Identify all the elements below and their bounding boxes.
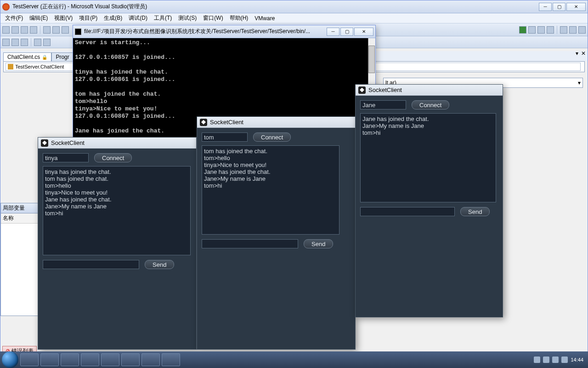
- connect-button-tom[interactable]: Connect: [253, 132, 291, 142]
- tb-save-icon[interactable]: [21, 26, 28, 34]
- tb-new-icon[interactable]: [2, 26, 10, 34]
- tb-play-icon[interactable]: [519, 26, 526, 34]
- task-item[interactable]: [20, 353, 39, 366]
- menu-project[interactable]: 项目(P): [76, 13, 100, 23]
- socketclient-tinya-window[interactable]: SocketClient Connect tinya has joined th…: [38, 137, 197, 350]
- tb-step-over-icon[interactable]: [560, 26, 567, 34]
- menu-window[interactable]: 窗口(W): [200, 13, 226, 23]
- menu-build[interactable]: 生成(B): [101, 13, 125, 23]
- message-input-jane[interactable]: [360, 207, 455, 216]
- maximize-button[interactable]: ▢: [553, 3, 565, 11]
- unity-title: SocketClient: [51, 139, 85, 146]
- tb-pause-icon[interactable]: [528, 26, 536, 34]
- class-combo-text: TestServer.ChatClient: [15, 64, 64, 69]
- tray-clock[interactable]: 14:44: [571, 357, 583, 362]
- tb-ico-b[interactable]: [11, 39, 19, 46]
- tb-restart-icon[interactable]: [547, 26, 554, 34]
- unity-titlebar-tom[interactable]: SocketClient: [197, 117, 355, 128]
- menu-file[interactable]: 文件(F): [2, 13, 26, 23]
- name-input-tom[interactable]: [202, 132, 248, 142]
- message-input-tom[interactable]: [202, 239, 298, 248]
- system-tray[interactable]: 14:44: [534, 356, 586, 363]
- task-item[interactable]: [101, 353, 119, 366]
- tb-paste-icon[interactable]: [62, 26, 69, 34]
- vs-app-icon: [2, 3, 10, 11]
- tb-open-icon[interactable]: [11, 26, 19, 34]
- task-item[interactable]: [162, 353, 180, 366]
- send-button-jane[interactable]: Send: [460, 207, 490, 216]
- vs-title: TestServer (正在运行) - Microsoft Visual Stu…: [12, 3, 539, 11]
- message-input-tinya[interactable]: [43, 260, 139, 269]
- task-item[interactable]: [121, 353, 140, 366]
- chevron-down-icon: ▾: [578, 80, 581, 86]
- tab-lock-icon: 🔒: [42, 55, 47, 60]
- windows-taskbar[interactable]: 14:44: [0, 351, 588, 368]
- task-item[interactable]: [81, 353, 99, 366]
- chat-log-tinya[interactable]: tinya has joined the chat. tom has joine…: [43, 166, 191, 255]
- tb-ico-a[interactable]: [2, 39, 10, 46]
- panel-close-icon[interactable]: ✕: [581, 50, 586, 57]
- tray-icon[interactable]: [552, 356, 559, 363]
- chat-log-jane[interactable]: Jane has joined the chat. Jane>My name i…: [360, 113, 496, 202]
- tb-saveall-icon[interactable]: [30, 26, 37, 34]
- socketclient-jane-window[interactable]: SocketClient Connect Jane has joined the…: [355, 84, 503, 317]
- tab-label-2: Progr: [56, 54, 69, 60]
- console-maximize-button[interactable]: ▢: [340, 28, 353, 36]
- console-minimize-button[interactable]: ─: [327, 28, 339, 36]
- tb-ico-c[interactable]: [21, 39, 28, 46]
- tab-chatclient[interactable]: ChatClient.cs 🔒: [3, 52, 51, 61]
- menu-tools[interactable]: 工具(T): [151, 13, 175, 23]
- unity-icon: [41, 139, 48, 147]
- tray-icon[interactable]: [543, 356, 549, 363]
- unity-icon: [200, 119, 207, 126]
- console-close-button[interactable]: ✕: [354, 28, 373, 36]
- tb-copy-icon[interactable]: [52, 26, 60, 34]
- close-button[interactable]: ✕: [566, 3, 586, 11]
- tray-volume-icon[interactable]: [561, 356, 568, 363]
- unity-title: SocketClient: [210, 119, 243, 126]
- unity-titlebar-jane[interactable]: SocketClient: [356, 85, 503, 96]
- unity-icon: [358, 86, 366, 94]
- unity-titlebar-tinya[interactable]: SocketClient: [38, 138, 196, 149]
- task-item[interactable]: [61, 353, 79, 366]
- vs-titlebar[interactable]: TestServer (正在运行) - Microsoft Visual Stu…: [0, 0, 588, 13]
- socketclient-tom-window[interactable]: SocketClient Connect tom has joined the …: [197, 116, 356, 350]
- unity-title: SocketClient: [368, 86, 402, 93]
- tb-ico-d[interactable]: [34, 39, 41, 46]
- task-item[interactable]: [40, 353, 59, 366]
- panel-dropdown-icon[interactable]: ▾: [576, 50, 578, 57]
- console-titlebar[interactable]: file:///F:/项目开发/分布式自然图像识别系统/技术攻关/TestSer…: [73, 25, 375, 38]
- scrollbar-thumb[interactable]: [368, 46, 375, 73]
- menu-test[interactable]: 测试(S): [175, 13, 199, 23]
- minimize-button[interactable]: ─: [539, 3, 552, 11]
- name-input-jane[interactable]: [360, 100, 406, 109]
- menu-vmware[interactable]: VMware: [252, 14, 277, 23]
- menu-edit[interactable]: 编辑(E): [27, 13, 51, 23]
- connect-button-jane[interactable]: Connect: [412, 100, 449, 109]
- console-text: Server is starting... 127.0.0.1:60857 is…: [75, 39, 175, 134]
- name-input-tinya[interactable]: [43, 153, 89, 162]
- tb-step-into-icon[interactable]: [569, 26, 577, 34]
- send-button-tinya[interactable]: Send: [145, 260, 174, 269]
- tb-cut-icon[interactable]: [43, 26, 51, 34]
- connect-button-tinya[interactable]: Connect: [94, 153, 132, 162]
- tab-program[interactable]: Progr: [51, 52, 73, 61]
- cmd-icon: [75, 29, 81, 35]
- menu-help[interactable]: 帮助(H): [227, 13, 251, 23]
- task-item[interactable]: [141, 353, 160, 366]
- tray-icon[interactable]: [534, 356, 540, 363]
- send-button-tom[interactable]: Send: [304, 239, 333, 248]
- start-button[interactable]: [2, 351, 18, 368]
- menu-debug[interactable]: 调试(D): [126, 13, 150, 23]
- tab-label: ChatClient.cs: [7, 54, 40, 60]
- tb-step-out-icon[interactable]: [578, 26, 586, 34]
- class-icon: [8, 64, 13, 69]
- chat-log-tom[interactable]: tom has joined the chat. tom>hello tinya…: [202, 145, 339, 235]
- console-title: file:///F:/项目开发/分布式自然图像识别系统/技术攻关/TestSer…: [84, 28, 327, 35]
- tb-stop-icon[interactable]: [537, 26, 545, 34]
- menu-view[interactable]: 视图(V): [51, 13, 75, 23]
- tb-ico-e[interactable]: [43, 39, 51, 46]
- vs-menubar: 文件(F) 编辑(E) 视图(V) 项目(P) 生成(B) 调试(D) 工具(T…: [0, 13, 588, 23]
